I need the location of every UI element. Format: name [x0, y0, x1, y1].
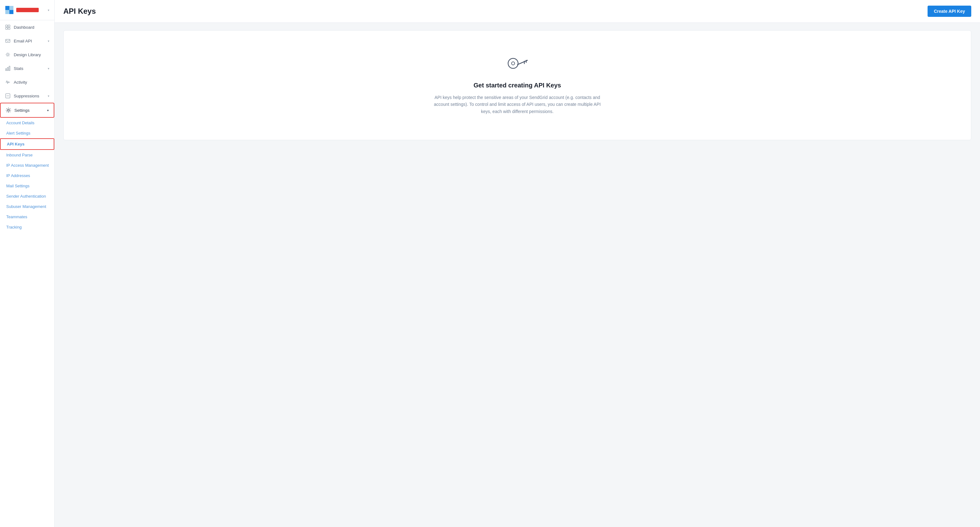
sidebar-logo[interactable]: ▾	[0, 0, 54, 20]
sub-nav-tracking[interactable]: Tracking	[0, 222, 54, 232]
sidebar-nav: Dashboard Email API ▾ Design Library	[0, 20, 54, 232]
email-api-chevron-icon: ▾	[48, 39, 49, 43]
activity-icon	[5, 79, 11, 85]
sub-nav-api-keys[interactable]: API Keys	[0, 138, 54, 150]
sidebar-item-settings-label: Settings	[14, 108, 30, 113]
svg-rect-10	[6, 69, 6, 70]
sub-nav-sender-authentication[interactable]: Sender Authentication	[0, 191, 54, 201]
svg-point-15	[8, 109, 10, 111]
sub-nav-teammates[interactable]: Teammates	[0, 212, 54, 222]
settings-icon	[6, 107, 11, 113]
svg-rect-0	[5, 6, 10, 10]
logo-chevron-icon: ▾	[48, 8, 49, 12]
sendgrid-logo-icon	[5, 6, 14, 14]
sub-nav-subuser-management[interactable]: Subuser Management	[0, 201, 54, 212]
stats-chevron-icon: ▾	[48, 67, 49, 70]
svg-rect-3	[5, 10, 10, 14]
logo-text-bar	[16, 8, 39, 12]
stats-icon	[5, 65, 11, 71]
sub-nav-alert-settings[interactable]: Alert Settings	[0, 128, 54, 138]
suppressions-icon	[5, 93, 11, 99]
sidebar-item-dashboard[interactable]: Dashboard	[0, 20, 54, 34]
sub-nav-ip-access-management[interactable]: IP Access Management	[0, 160, 54, 170]
sub-nav-mail-settings[interactable]: Mail Settings	[0, 181, 54, 191]
sidebar-item-design-library[interactable]: Design Library	[0, 48, 54, 62]
create-api-key-button[interactable]: Create API Key	[928, 6, 971, 17]
sidebar-item-dashboard-label: Dashboard	[14, 25, 34, 30]
design-library-icon	[5, 52, 11, 57]
key-icon	[506, 56, 529, 74]
sub-nav-ip-addresses[interactable]: IP Addresses	[0, 170, 54, 181]
settings-chevron-icon: ▾	[47, 109, 49, 112]
sidebar: ▾ Dashboard Email API ▾	[0, 0, 55, 527]
empty-state-description: API keys help protect the sensitive area…	[430, 94, 605, 115]
sidebar-item-design-library-label: Design Library	[14, 53, 41, 57]
sidebar-item-stats-label: Stats	[14, 66, 24, 71]
svg-rect-6	[6, 27, 8, 29]
svg-rect-8	[6, 39, 10, 43]
svg-point-9	[7, 54, 9, 56]
empty-state-card: Get started creating API Keys API keys h…	[64, 30, 971, 140]
page-header: API Keys Create API Key	[55, 0, 980, 23]
settings-sub-nav: Account Details Alert Settings API Keys …	[0, 118, 54, 232]
sidebar-item-activity[interactable]: Activity	[0, 75, 54, 89]
empty-state-title: Get started creating API Keys	[474, 82, 561, 89]
svg-rect-11	[8, 67, 8, 70]
sidebar-item-email-api-label: Email API	[14, 39, 32, 43]
svg-rect-12	[9, 66, 10, 70]
svg-rect-4	[6, 25, 8, 27]
svg-point-17	[512, 62, 515, 65]
svg-rect-5	[8, 25, 10, 27]
key-icon-wrap	[506, 56, 529, 76]
page-title: API Keys	[64, 7, 96, 16]
sidebar-item-activity-label: Activity	[14, 80, 27, 84]
sidebar-item-suppressions-label: Suppressions	[14, 94, 39, 98]
email-api-icon	[5, 38, 11, 44]
content-area: Get started creating API Keys API keys h…	[55, 23, 980, 527]
sidebar-item-email-api[interactable]: Email API ▾	[0, 34, 54, 48]
sub-nav-inbound-parse[interactable]: Inbound Parse	[0, 150, 54, 160]
sub-nav-account-details[interactable]: Account Details	[0, 118, 54, 128]
sidebar-item-settings[interactable]: Settings ▾	[0, 103, 54, 118]
svg-rect-1	[10, 10, 13, 14]
suppressions-chevron-icon: ▾	[48, 94, 49, 98]
dashboard-icon	[5, 24, 11, 30]
sidebar-item-suppressions[interactable]: Suppressions ▾	[0, 89, 54, 103]
svg-rect-2	[10, 6, 13, 10]
main-content: API Keys Create API Key Get started crea…	[55, 0, 980, 527]
svg-rect-7	[8, 27, 10, 29]
sidebar-item-stats[interactable]: Stats ▾	[0, 62, 54, 75]
svg-point-16	[508, 58, 518, 68]
